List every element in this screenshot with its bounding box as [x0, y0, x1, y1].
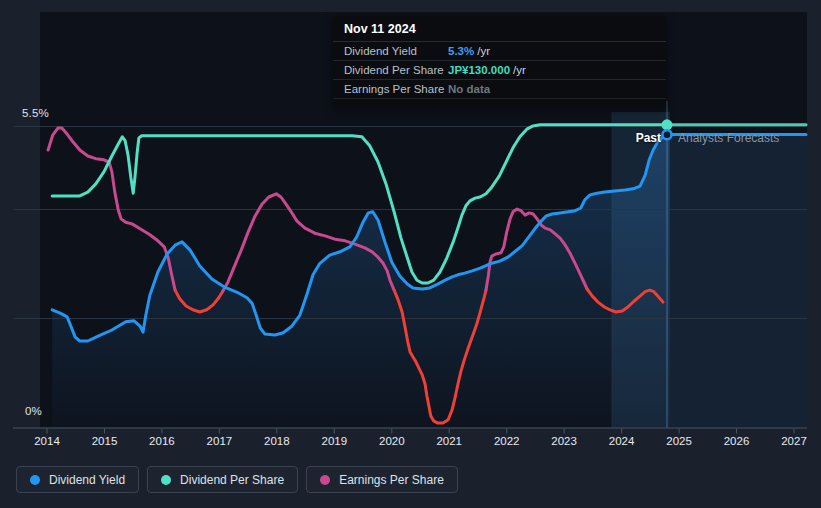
x-axis-year-label: 2023	[551, 435, 577, 447]
x-axis-year-label: 2024	[609, 435, 635, 447]
tooltip-row-earnings-per-share: Earnings Per Share No data	[333, 80, 666, 99]
tooltip-label: Dividend Per Share	[344, 64, 448, 76]
x-axis-year-label: 2014	[34, 435, 60, 447]
dividend-history-chart: 2014201520162017201820192020202120222023…	[0, 0, 821, 508]
legend-dot-icon	[320, 475, 330, 485]
legend-dot-icon	[161, 475, 171, 485]
tooltip-label: Earnings Per Share	[344, 83, 448, 95]
legend-item-label: Earnings Per Share	[339, 473, 444, 487]
forecast-region-fill	[670, 135, 807, 428]
legend-item-label: Dividend Per Share	[180, 473, 284, 487]
past-label: Past	[616, 131, 661, 145]
legend-item-dividend-per-share[interactable]: Dividend Per Share	[147, 466, 298, 493]
y-axis-bottom-label: 0%	[25, 405, 42, 417]
tooltip-label: Dividend Yield	[344, 45, 448, 57]
x-axis-year-label: 2021	[436, 435, 462, 447]
dividend-per-share-marker	[661, 119, 672, 130]
x-axis-year-label: 2020	[379, 435, 405, 447]
tooltip-value: 5.3%	[448, 45, 474, 57]
x-axis-year-label: 2025	[666, 435, 692, 447]
analysts-forecasts-label: Analysts Forecasts	[678, 131, 779, 145]
tooltip-row-dividend-per-share: Dividend Per Share JP¥130.000 /yr	[333, 61, 666, 80]
hover-tooltip: Nov 11 2024 Dividend Yield 5.3% /yr Divi…	[333, 16, 666, 108]
tooltip-date: Nov 11 2024	[333, 16, 666, 42]
x-axis-year-label: 2016	[149, 435, 175, 447]
tooltip-suffix: /yr	[513, 64, 526, 76]
x-axis-year-label: 2019	[322, 435, 348, 447]
hover-highlight-band	[612, 112, 670, 428]
tooltip-value: JP¥130.000	[448, 64, 510, 76]
tooltip-suffix: /yr	[477, 45, 490, 57]
chart-legend: Dividend YieldDividend Per ShareEarnings…	[16, 466, 458, 493]
x-axis-year-label: 2027	[781, 435, 807, 447]
x-axis-year-label: 2022	[494, 435, 520, 447]
x-axis-year-label: 2026	[724, 435, 750, 447]
dividend-yield-marker	[662, 130, 671, 139]
x-axis-year-label: 2015	[92, 435, 118, 447]
x-axis-year-label: 2017	[207, 435, 233, 447]
x-axis-year-label: 2018	[264, 435, 290, 447]
legend-item-dividend-yield[interactable]: Dividend Yield	[16, 466, 139, 493]
tooltip-value: No data	[448, 83, 490, 95]
y-axis-top-label: 5.5%	[22, 107, 49, 119]
legend-item-label: Dividend Yield	[49, 473, 125, 487]
legend-dot-icon	[30, 475, 40, 485]
tooltip-row-dividend-yield: Dividend Yield 5.3% /yr	[333, 42, 666, 61]
legend-item-earnings-per-share[interactable]: Earnings Per Share	[306, 466, 458, 493]
